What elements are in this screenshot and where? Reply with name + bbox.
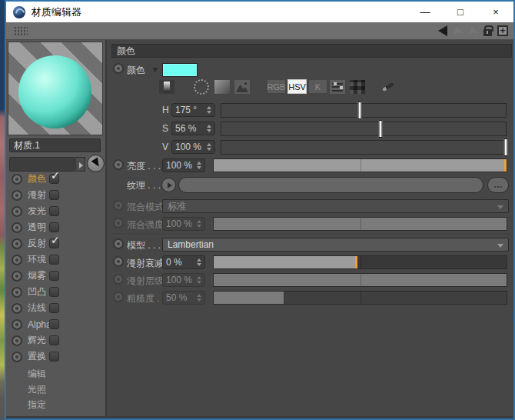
channel-row[interactable]: 置换 bbox=[6, 348, 105, 365]
preview-shader-field[interactable] bbox=[9, 157, 75, 172]
back-arrow-icon[interactable] bbox=[438, 25, 447, 36]
channel-checkbox[interactable] bbox=[49, 206, 59, 216]
channel-checkbox[interactable] bbox=[49, 335, 59, 345]
channel-checkbox[interactable] bbox=[49, 319, 59, 329]
channel-row[interactable]: Alpha bbox=[6, 316, 105, 332]
channel-checkbox[interactable] bbox=[49, 190, 59, 200]
texture-browse-button[interactable]: … bbox=[487, 177, 509, 193]
channel-row[interactable]: 环境 bbox=[6, 252, 105, 268]
channel-row[interactable]: 颜色 ✓ bbox=[6, 171, 105, 187]
channel-row[interactable]: 发光 bbox=[6, 203, 105, 219]
channel-row[interactable]: 反射 ✓ bbox=[6, 235, 105, 252]
k-mode-button[interactable]: K bbox=[308, 79, 327, 94]
channel-radio-icon[interactable] bbox=[12, 303, 22, 314]
pick-material-button[interactable] bbox=[87, 155, 105, 172]
channel-radio-icon[interactable] bbox=[12, 190, 22, 201]
diffuse-falloff-slider[interactable] bbox=[213, 255, 507, 269]
saturation-value-field[interactable]: 56 % bbox=[171, 122, 215, 135]
texture-row: 纹理 . . . … bbox=[107, 177, 513, 192]
gradient-mode-icon[interactable] bbox=[214, 79, 231, 95]
channel-checkbox[interactable]: ✓ bbox=[49, 174, 59, 184]
swatches-mode-icon[interactable] bbox=[349, 79, 366, 95]
lock-icon[interactable] bbox=[483, 29, 492, 36]
material-name-field[interactable]: 材质.1 bbox=[9, 138, 101, 152]
rgb-mode-button[interactable]: RGB bbox=[267, 79, 286, 94]
material-preview[interactable] bbox=[8, 42, 103, 135]
channel-row[interactable]: 凹凸 bbox=[6, 284, 105, 300]
channel-row[interactable]: 烟雾 bbox=[6, 268, 105, 284]
channel-radio-icon[interactable] bbox=[12, 352, 22, 362]
brightness-slider[interactable] bbox=[213, 158, 507, 172]
channel-radio-icon[interactable] bbox=[12, 255, 22, 265]
channel-radio-icon[interactable] bbox=[12, 238, 22, 249]
hue-slider-handle[interactable] bbox=[357, 102, 361, 119]
channel-row[interactable]: 法线 bbox=[6, 300, 105, 316]
diffuse-level-radio-icon bbox=[113, 274, 124, 285]
saturation-value: 56 % bbox=[175, 123, 196, 134]
texture-arrow-button[interactable] bbox=[161, 178, 176, 192]
color-wheel-mode-icon[interactable] bbox=[194, 79, 209, 95]
texture-path-field[interactable] bbox=[178, 177, 483, 193]
screen: 材质编辑器 — □ × + 材质.1 bbox=[0, 0, 515, 420]
channel-row[interactable]: 辉光 bbox=[6, 332, 105, 348]
diffuse-falloff-radio-icon[interactable] bbox=[113, 256, 124, 267]
eyedropper-icon[interactable] bbox=[380, 79, 397, 95]
titlebar[interactable]: 材质编辑器 — □ × bbox=[6, 2, 513, 22]
right-edge-grip[interactable] bbox=[510, 314, 513, 321]
section-header[interactable]: 颜色 bbox=[111, 44, 512, 58]
channel-radio-icon[interactable] bbox=[12, 271, 22, 282]
spinner-icon[interactable] bbox=[207, 125, 211, 132]
model-dropdown[interactable]: Lambertian bbox=[162, 238, 509, 252]
saturation-slider[interactable] bbox=[221, 122, 507, 136]
value-value-field[interactable]: 100 % bbox=[171, 140, 215, 154]
diffuse-falloff-value-field[interactable]: 0 % bbox=[162, 255, 205, 269]
channel-checkbox[interactable] bbox=[49, 352, 59, 362]
saturation-slider-handle[interactable] bbox=[379, 120, 383, 138]
value-slider-handle[interactable] bbox=[504, 138, 508, 156]
section-divider bbox=[110, 234, 510, 235]
spinner-icon[interactable] bbox=[207, 106, 211, 114]
channel-radio-icon[interactable] bbox=[12, 319, 22, 330]
drag-grip-icon[interactable] bbox=[14, 26, 28, 36]
history-icon-disabled-1 bbox=[453, 26, 463, 35]
spectrum-slider-mode-icon[interactable] bbox=[158, 79, 175, 95]
channel-radio-icon[interactable] bbox=[12, 206, 22, 217]
hue-slider[interactable] bbox=[221, 103, 507, 118]
spinner-icon[interactable] bbox=[197, 258, 201, 266]
channel-radio-icon[interactable] bbox=[12, 174, 22, 185]
mix-strength-value: 100 % bbox=[166, 218, 192, 229]
channel-radio-icon[interactable] bbox=[12, 335, 22, 346]
brightness-value-field[interactable]: 100 % bbox=[162, 158, 205, 172]
channel-row[interactable]: 透明 bbox=[6, 219, 105, 235]
channel-radio-icon[interactable] bbox=[12, 222, 22, 233]
brightness-radio-icon[interactable] bbox=[113, 159, 124, 170]
shader-menu-button[interactable] bbox=[75, 157, 85, 172]
image-mode-icon[interactable] bbox=[234, 79, 251, 95]
hsv-mode-button[interactable]: HSV bbox=[287, 79, 307, 94]
sidebar-extra-item[interactable]: 编辑 bbox=[6, 366, 105, 382]
channel-checkbox[interactable] bbox=[49, 303, 59, 313]
close-button[interactable]: × bbox=[478, 2, 513, 22]
channel-checkbox[interactable] bbox=[49, 222, 59, 232]
channel-checkbox[interactable]: ✓ bbox=[49, 238, 59, 248]
value-slider[interactable] bbox=[221, 140, 507, 155]
channel-checkbox[interactable] bbox=[49, 271, 59, 281]
channel-radio-icon[interactable] bbox=[12, 287, 22, 298]
maximize-button[interactable]: □ bbox=[443, 2, 478, 22]
minimize-button[interactable]: — bbox=[407, 2, 443, 22]
chevron-down-icon[interactable] bbox=[152, 68, 158, 75]
channel-checkbox[interactable] bbox=[49, 287, 59, 297]
roughness-value-field: 50 % bbox=[162, 291, 205, 305]
spinner-icon[interactable] bbox=[197, 162, 201, 169]
hue-value-field[interactable]: 175 ° bbox=[171, 103, 215, 117]
color-radio-icon[interactable] bbox=[113, 63, 124, 74]
new-window-icon[interactable]: + bbox=[497, 25, 508, 36]
channel-row[interactable]: 漫射 bbox=[6, 187, 105, 203]
model-radio-icon[interactable] bbox=[113, 238, 124, 249]
spinner-icon[interactable] bbox=[207, 143, 211, 151]
sidebar-extra-item[interactable]: 光照 bbox=[6, 382, 105, 397]
mixer-mode-icon[interactable] bbox=[329, 79, 346, 95]
sidebar-extra-item[interactable]: 指定 bbox=[6, 397, 105, 412]
channel-checkbox[interactable] bbox=[49, 255, 59, 265]
color-swatch[interactable] bbox=[162, 63, 198, 77]
